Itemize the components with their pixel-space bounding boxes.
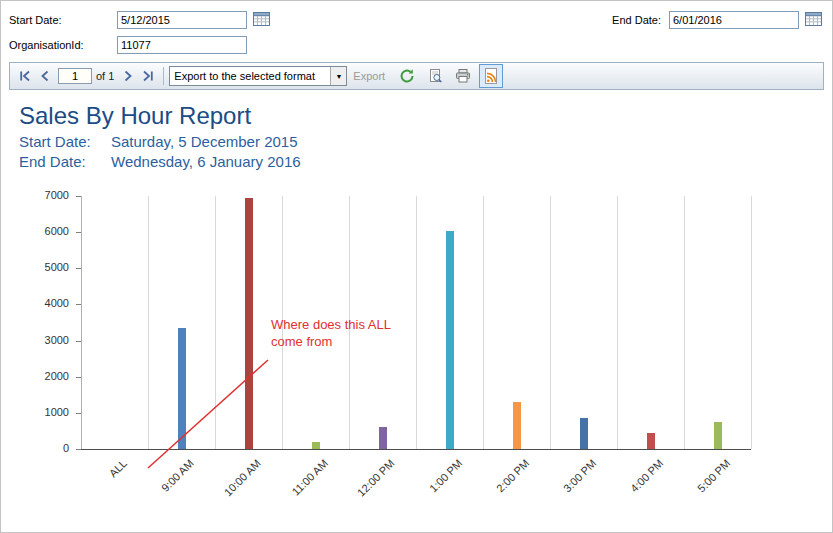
page-count-label: of 1 bbox=[96, 70, 114, 82]
print-layout-icon bbox=[427, 68, 443, 84]
y-axis-label: 3000 bbox=[1, 334, 69, 346]
y-axis-label: 5000 bbox=[1, 261, 69, 273]
y-axis-label: 4000 bbox=[1, 297, 69, 309]
chart-annotation-line1: Where does this ALL bbox=[271, 316, 391, 333]
previous-page-button[interactable] bbox=[36, 68, 54, 84]
data-feed-icon bbox=[483, 68, 499, 84]
x-axis-label: 5:00 PM bbox=[695, 457, 732, 494]
next-page-icon bbox=[121, 69, 135, 83]
current-page-input[interactable] bbox=[58, 68, 92, 84]
gridline bbox=[416, 196, 417, 449]
chart-bar bbox=[513, 402, 521, 449]
report-end-date-line: End Date:Wednesday, 6 January 2016 bbox=[19, 152, 832, 172]
y-axis-label: 6000 bbox=[1, 225, 69, 237]
print-layout-button[interactable] bbox=[423, 64, 447, 88]
gridline bbox=[751, 196, 752, 449]
toolbar-separator bbox=[163, 67, 164, 85]
end-date-input[interactable] bbox=[669, 11, 799, 29]
x-axis-label: 4:00 PM bbox=[628, 457, 665, 494]
gridline bbox=[684, 196, 685, 449]
report-start-date-label: Start Date: bbox=[19, 132, 111, 152]
chart-annotation: Where does this ALL come from bbox=[271, 316, 391, 350]
x-axis-label: 10:00 AM bbox=[222, 457, 263, 498]
chart-bar bbox=[379, 427, 387, 449]
y-axis-line bbox=[81, 196, 82, 449]
x-axis-label: 3:00 PM bbox=[561, 457, 598, 494]
dropdown-arrow-icon: ▼ bbox=[330, 67, 346, 85]
x-axis-label: ALL bbox=[107, 457, 129, 479]
x-axis-label: 11:00 AM bbox=[289, 457, 330, 498]
x-axis-label: 1:00 PM bbox=[427, 457, 464, 494]
gridline bbox=[550, 196, 551, 449]
y-axis-label: 0 bbox=[1, 442, 69, 454]
report-viewer: Start Date: End Date: bbox=[0, 0, 833, 533]
print-button[interactable] bbox=[451, 64, 475, 88]
export-format-selected-value: Export to the selected format bbox=[170, 70, 330, 82]
previous-page-icon bbox=[38, 69, 52, 83]
y-axis-label: 7000 bbox=[1, 189, 69, 201]
chart-annotation-line2: come from bbox=[271, 333, 391, 350]
report-start-date-line: Start Date:Saturday, 5 December 2015 bbox=[19, 132, 832, 152]
calendar-icon bbox=[805, 11, 822, 26]
report-start-date-value: Saturday, 5 December 2015 bbox=[111, 133, 298, 150]
printer-icon bbox=[455, 68, 471, 84]
report-end-date-label: End Date: bbox=[19, 152, 111, 172]
refresh-icon bbox=[399, 68, 415, 84]
next-page-button[interactable] bbox=[119, 68, 137, 84]
y-axis-label: 2000 bbox=[1, 370, 69, 382]
end-date-calendar-button[interactable] bbox=[803, 11, 824, 28]
last-page-button[interactable] bbox=[139, 68, 157, 84]
x-axis-label: 12:00 PM bbox=[355, 457, 397, 499]
chart-bar bbox=[245, 198, 253, 449]
chart-bar bbox=[647, 433, 655, 449]
export-format-dropdown[interactable]: Export to the selected format ▼ bbox=[169, 66, 347, 86]
chart-bar bbox=[446, 231, 454, 449]
organisation-id-input[interactable] bbox=[117, 36, 247, 54]
report-title: Sales By Hour Report bbox=[19, 102, 832, 130]
gridline bbox=[148, 196, 149, 449]
last-page-icon bbox=[141, 69, 155, 83]
start-date-label: Start Date: bbox=[9, 14, 117, 26]
start-date-input[interactable] bbox=[117, 11, 247, 29]
calendar-icon bbox=[253, 11, 270, 26]
x-axis-line bbox=[81, 449, 751, 450]
refresh-button[interactable] bbox=[395, 64, 419, 88]
gridline bbox=[617, 196, 618, 449]
x-axis-label: 2:00 PM bbox=[494, 457, 531, 494]
first-page-icon bbox=[18, 69, 32, 83]
chart-bar bbox=[580, 418, 588, 449]
report-end-date-value: Wednesday, 6 January 2016 bbox=[111, 153, 301, 170]
report-body: Sales By Hour Report Start Date:Saturday… bbox=[1, 102, 832, 516]
gridline bbox=[483, 196, 484, 449]
x-axis-label: 9:00 AM bbox=[159, 457, 196, 494]
chart-plot: 01000200030004000500060007000ALL9:00 AM1… bbox=[1, 186, 801, 516]
first-page-button[interactable] bbox=[16, 68, 34, 84]
toolbar: of 1 Export to the selected format ▼ Exp… bbox=[9, 62, 824, 90]
chart-bar bbox=[178, 328, 186, 449]
data-feed-button[interactable] bbox=[479, 64, 503, 88]
chart-bar bbox=[714, 422, 722, 449]
chart-bar bbox=[312, 442, 320, 449]
end-date-label: End Date: bbox=[612, 14, 661, 26]
gridline bbox=[215, 196, 216, 449]
parameter-row-organisation: OrganisationId: bbox=[1, 32, 832, 57]
export-link[interactable]: Export bbox=[353, 70, 385, 82]
parameter-row-dates: Start Date: End Date: bbox=[1, 7, 832, 32]
start-date-calendar-button[interactable] bbox=[251, 11, 272, 28]
organisation-id-label: OrganisationId: bbox=[9, 39, 117, 51]
parameters-panel: Start Date: End Date: bbox=[1, 1, 832, 57]
y-axis-label: 1000 bbox=[1, 406, 69, 418]
